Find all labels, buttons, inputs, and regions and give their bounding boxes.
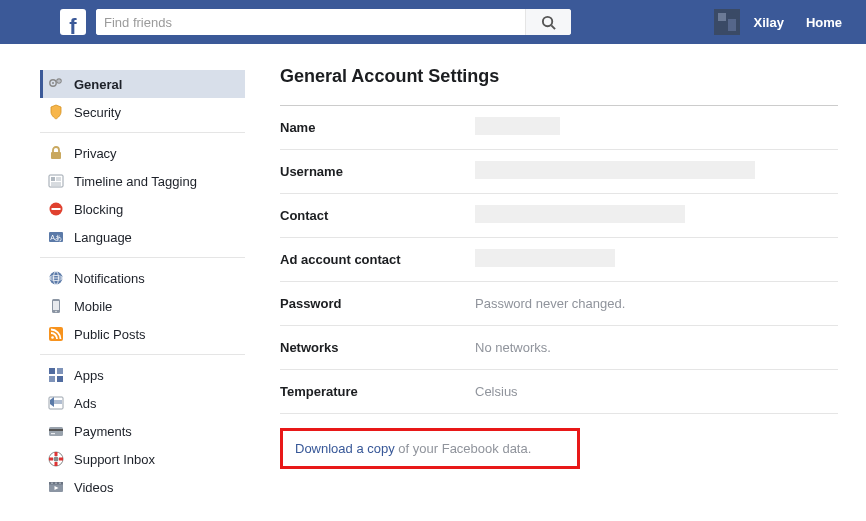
settings-row-label: Ad account contact — [280, 252, 475, 267]
svg-rect-11 — [51, 177, 55, 181]
svg-rect-31 — [49, 376, 55, 382]
sidebar-item-support[interactable]: Support Inbox — [40, 445, 245, 473]
sidebar-item-payments[interactable]: Payments — [40, 417, 245, 445]
settings-row-label: Temperature — [280, 384, 475, 399]
ads-icon — [48, 395, 64, 411]
sidebar-item-mobile[interactable]: Mobile — [40, 292, 245, 320]
sidebar-item-blocking[interactable]: Blocking — [40, 195, 245, 223]
sidebar-item-label: Mobile — [74, 299, 112, 314]
svg-point-6 — [52, 82, 54, 84]
settings-row-value — [475, 161, 755, 182]
sidebar-item-public[interactable]: Public Posts — [40, 320, 245, 348]
svg-rect-35 — [49, 427, 63, 436]
settings-row-label: Name — [280, 120, 475, 135]
sidebar-item-label: Ads — [74, 396, 96, 411]
topbar-right: Xilay Home — [714, 9, 850, 35]
download-data-text: of your Facebook data. — [395, 441, 532, 456]
mobile-icon — [48, 298, 64, 314]
svg-rect-30 — [57, 368, 63, 374]
language-icon: Aあ — [48, 229, 64, 245]
avatar[interactable] — [714, 9, 740, 35]
svg-point-8 — [58, 80, 59, 81]
apps-icon — [48, 367, 64, 383]
settings-row[interactable]: NetworksNo networks. — [280, 326, 838, 370]
sidebar-item-language[interactable]: AあLanguage — [40, 223, 245, 251]
top-navbar: f Xilay Home — [0, 0, 866, 44]
sidebar-group: GeneralSecurity — [40, 64, 245, 133]
search-container — [96, 9, 571, 35]
svg-point-39 — [54, 457, 59, 462]
settings-row[interactable]: Username — [280, 150, 838, 194]
sidebar-group: AppsAdsPaymentsSupport InboxVideos — [40, 355, 245, 507]
settings-row[interactable]: Contact — [280, 194, 838, 238]
settings-row[interactable]: Ad account contact — [280, 238, 838, 282]
profile-link[interactable]: Xilay — [746, 15, 792, 30]
settings-table: NameUsernameContactAd account contactPas… — [280, 105, 838, 414]
sidebar-item-label: General — [74, 77, 122, 92]
search-button[interactable] — [525, 9, 571, 35]
settings-row[interactable]: PasswordPassword never changed. — [280, 282, 838, 326]
settings-row-value — [475, 205, 685, 226]
content-area: GeneralSecurityPrivacyTimeline and Taggi… — [0, 44, 866, 507]
svg-rect-37 — [51, 433, 55, 434]
sidebar-item-notifications[interactable]: Notifications — [40, 264, 245, 292]
home-link[interactable]: Home — [798, 15, 850, 30]
redacted-value — [475, 161, 755, 179]
sidebar-item-general[interactable]: General — [40, 70, 245, 98]
shield-icon — [48, 104, 64, 120]
download-data-box: Download a copy of your Facebook data. — [280, 428, 580, 469]
svg-rect-17 — [52, 208, 61, 210]
settings-sidebar: GeneralSecurityPrivacyTimeline and Taggi… — [40, 64, 245, 507]
settings-row-value — [475, 249, 615, 270]
sidebar-item-security[interactable]: Security — [40, 98, 245, 126]
search-input[interactable] — [96, 9, 525, 35]
redacted-value — [475, 249, 615, 267]
svg-rect-3 — [718, 13, 726, 21]
sidebar-item-label: Privacy — [74, 146, 117, 161]
redacted-value — [475, 205, 685, 223]
svg-rect-34 — [54, 400, 62, 404]
sidebar-item-label: Apps — [74, 368, 104, 383]
sidebar-item-privacy[interactable]: Privacy — [40, 139, 245, 167]
lock-icon — [48, 145, 64, 161]
svg-line-1 — [551, 25, 555, 29]
svg-rect-9 — [51, 152, 61, 159]
rss-icon — [48, 326, 64, 342]
svg-rect-36 — [49, 429, 63, 431]
sidebar-item-timeline[interactable]: Timeline and Tagging — [40, 167, 245, 195]
gear-icon — [48, 76, 64, 92]
page-title: General Account Settings — [280, 66, 838, 87]
timeline-icon — [48, 173, 64, 189]
settings-row-label: Password — [280, 296, 475, 311]
settings-row-value: No networks. — [475, 340, 551, 355]
sidebar-item-label: Blocking — [74, 202, 123, 217]
support-icon — [48, 451, 64, 467]
download-data-link[interactable]: Download a copy — [295, 441, 395, 456]
sidebar-item-label: Timeline and Tagging — [74, 174, 197, 189]
settings-row-value: Celsius — [475, 384, 518, 399]
svg-point-42 — [51, 482, 53, 484]
sidebar-group: NotificationsMobilePublic Posts — [40, 258, 245, 355]
svg-point-0 — [543, 16, 552, 25]
sidebar-item-label: Notifications — [74, 271, 145, 286]
svg-rect-2 — [714, 9, 740, 35]
svg-point-44 — [59, 482, 61, 484]
search-icon — [541, 15, 556, 30]
svg-rect-25 — [53, 301, 59, 310]
sidebar-item-label: Videos — [74, 480, 114, 495]
videos-icon — [48, 479, 64, 495]
settings-row[interactable]: Name — [280, 106, 838, 150]
sidebar-item-ads[interactable]: Ads — [40, 389, 245, 417]
sidebar-item-apps[interactable]: Apps — [40, 361, 245, 389]
sidebar-item-videos[interactable]: Videos — [40, 473, 245, 501]
settings-row-label: Networks — [280, 340, 475, 355]
settings-row[interactable]: TemperatureCelsius — [280, 370, 838, 414]
sidebar-item-label: Language — [74, 230, 132, 245]
globe-icon — [48, 270, 64, 286]
facebook-logo-icon[interactable]: f — [60, 9, 86, 35]
svg-point-26 — [55, 311, 57, 313]
sidebar-group: PrivacyTimeline and TaggingBlockingAあLan… — [40, 133, 245, 258]
sidebar-item-label: Security — [74, 105, 121, 120]
settings-row-value — [475, 117, 560, 138]
settings-row-label: Contact — [280, 208, 475, 223]
